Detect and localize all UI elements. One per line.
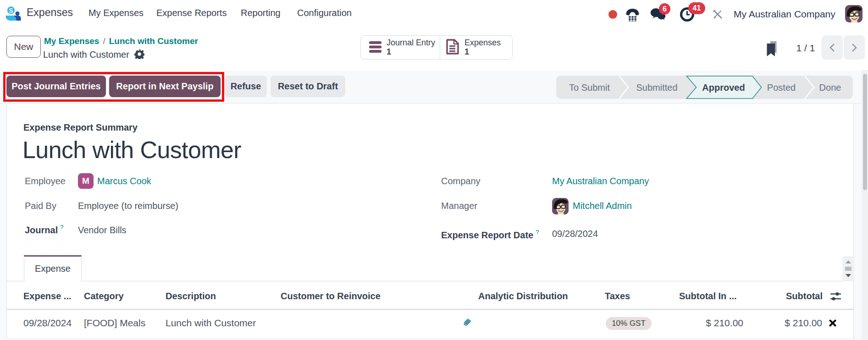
svg-text:S: S (9, 7, 13, 14)
svg-text:Submitted: Submitted (636, 82, 677, 93)
svg-text:To Submit: To Submit (569, 82, 610, 93)
svg-text:Done: Done (819, 82, 841, 93)
svg-text:Approved: Approved (702, 82, 745, 93)
svg-text:Posted: Posted (767, 82, 796, 93)
